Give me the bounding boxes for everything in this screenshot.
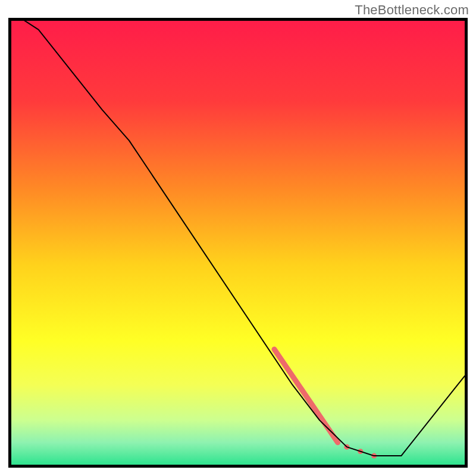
bottleneck-curve — [11, 21, 465, 456]
chart-container — [8, 18, 468, 468]
chart-lines — [11, 21, 465, 465]
watermark-text: TheBottleneck.com — [355, 2, 469, 18]
